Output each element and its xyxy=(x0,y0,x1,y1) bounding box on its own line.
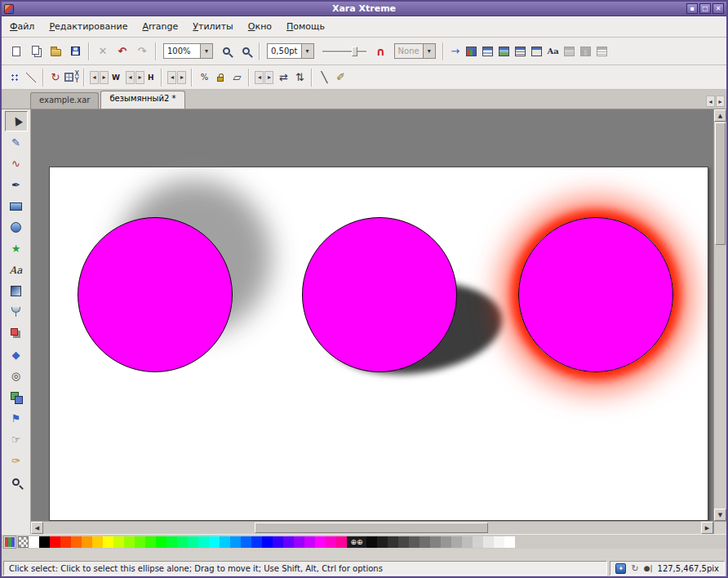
position-xy-button[interactable]: XY xyxy=(64,69,80,86)
color-swatch-14[interactable] xyxy=(177,536,188,548)
scroll-up-button[interactable]: ▲ xyxy=(714,109,726,122)
scale-increase-button[interactable]: ▸ xyxy=(177,71,186,84)
color-swatch-1[interactable] xyxy=(39,536,50,548)
line-angle-button[interactable]: ╲ xyxy=(316,69,332,86)
angle-decrease-button[interactable]: ◂ xyxy=(255,71,264,84)
color-swatch-3[interactable] xyxy=(60,536,71,548)
lock-aspect-button[interactable] xyxy=(212,69,229,86)
line-width-dropdown-arrow-icon[interactable]: ▾ xyxy=(301,44,313,58)
zoom-combobox[interactable]: 100% ▾ xyxy=(163,43,213,59)
gray-swatch-4[interactable] xyxy=(409,536,419,548)
snap-to-objects-button[interactable]: ∩ xyxy=(371,42,391,61)
color-swatch-19[interactable] xyxy=(230,536,241,548)
quickshape-tool[interactable]: ★ xyxy=(5,238,28,259)
undo-button[interactable]: ↶ xyxy=(113,42,132,61)
feather-slider-thumb[interactable] xyxy=(352,47,357,56)
scroll-down-button[interactable]: ▼ xyxy=(714,509,726,521)
palette-options-button[interactable] xyxy=(3,536,16,549)
ellipse-object-2[interactable] xyxy=(302,217,457,372)
redo-button[interactable]: ↷ xyxy=(132,42,152,61)
height-increase-button[interactable]: ▸ xyxy=(135,71,144,84)
ellipse-tool[interactable] xyxy=(5,217,28,238)
live-effects-tool[interactable]: ✑ xyxy=(5,451,28,471)
duplicate-button[interactable] xyxy=(26,42,46,61)
flip-horizontal-button[interactable]: ⇄ xyxy=(275,69,291,86)
selector-tool[interactable]: ▶ xyxy=(5,111,28,131)
save-button[interactable] xyxy=(65,42,85,61)
color-swatch-4[interactable] xyxy=(71,536,82,548)
text-tool[interactable]: Aa xyxy=(5,260,28,280)
document-tab-1[interactable]: безымянный2 * xyxy=(100,91,184,109)
scale-decrease-button[interactable]: ◂ xyxy=(167,71,176,84)
push-tool[interactable]: ☞ xyxy=(5,429,28,450)
color-swatch-18[interactable] xyxy=(220,536,230,548)
color-swatch-10[interactable] xyxy=(135,536,145,548)
gray-swatch-7[interactable] xyxy=(441,536,451,548)
menu-window[interactable]: Окно xyxy=(248,21,272,32)
close-button[interactable]: ✕ xyxy=(712,3,724,14)
color-swatch-13[interactable] xyxy=(166,536,177,548)
title-bar[interactable]: Xara Xtreme ▪ □ ✕ xyxy=(2,2,726,16)
ellipse-object-3[interactable] xyxy=(518,217,673,372)
fill-tool[interactable] xyxy=(5,281,28,301)
freehand-tool[interactable]: ✎ xyxy=(5,132,28,153)
line-gallery-button[interactable] xyxy=(513,43,529,60)
height-decrease-button[interactable]: ◂ xyxy=(126,71,135,84)
blend-tool[interactable] xyxy=(5,387,28,407)
bevel-tool[interactable]: ◆ xyxy=(5,345,28,365)
color-swatch-9[interactable] xyxy=(124,536,135,548)
minimize-button[interactable]: ▪ xyxy=(686,3,698,14)
gray-swatch-6[interactable] xyxy=(430,536,441,548)
tab-scroll-right-button[interactable]: ▸ xyxy=(716,96,725,107)
rectangle-tool[interactable] xyxy=(5,196,28,216)
color-swatch-22[interactable] xyxy=(262,536,273,548)
document-page[interactable] xyxy=(49,167,708,521)
scale-width-button[interactable]: % xyxy=(196,69,212,86)
line-width-combobox[interactable]: 0,50pt ▾ xyxy=(267,43,314,59)
gray-swatch-0[interactable] xyxy=(366,536,377,548)
fill-gallery-button[interactable] xyxy=(578,43,594,60)
color-swatch-27[interactable] xyxy=(315,536,326,548)
horizontal-scrollbar[interactable]: ◀ ▶ xyxy=(31,521,713,534)
new-document-button[interactable] xyxy=(7,42,26,61)
open-button[interactable] xyxy=(46,42,65,61)
frame-gallery-button[interactable] xyxy=(594,43,610,60)
vertical-scrollbar[interactable]: ▲ ▼ xyxy=(713,109,726,521)
document-tab-0[interactable]: example.xar xyxy=(30,92,99,109)
gray-swatch-1[interactable] xyxy=(377,536,388,548)
skew-button[interactable]: ▱ xyxy=(229,69,245,86)
color-swatch-16[interactable] xyxy=(198,536,209,548)
color-swatch-20[interactable] xyxy=(241,536,251,548)
canvas[interactable]: ▲ ▼ ◀ ▶ xyxy=(31,109,726,534)
menu-file[interactable]: Файл xyxy=(10,21,34,32)
color-swatch-6[interactable] xyxy=(92,536,103,548)
guide-line-button[interactable] xyxy=(23,69,39,86)
pen-tool[interactable]: ✒ xyxy=(5,175,28,195)
color-swatch-5[interactable] xyxy=(82,536,92,548)
color-swatch-17[interactable] xyxy=(209,536,220,548)
flip-vertical-button[interactable]: ⇅ xyxy=(291,69,308,86)
color-swatch-26[interactable] xyxy=(304,536,315,548)
transparency-tool[interactable] xyxy=(5,302,28,322)
font-gallery-button[interactable]: Aa xyxy=(545,43,562,60)
color-swatch-12[interactable] xyxy=(156,536,166,548)
name-gallery-button[interactable] xyxy=(529,43,545,60)
gray-swatch-12[interactable] xyxy=(494,536,504,548)
layer-gallery-button[interactable] xyxy=(480,43,496,60)
gray-swatch-3[interactable] xyxy=(398,536,409,548)
scroll-right-button[interactable]: ▶ xyxy=(701,522,713,534)
angle-increase-button[interactable]: ▸ xyxy=(264,71,273,84)
menu-arrange[interactable]: Arrange xyxy=(142,21,178,32)
width-decrease-button[interactable]: ◂ xyxy=(90,71,99,84)
color-swatch-29[interactable] xyxy=(336,536,347,548)
apply-arrow-button[interactable]: → xyxy=(447,43,464,60)
no-color-swatch[interactable] xyxy=(18,536,29,548)
tab-scroll-left-button[interactable]: ◂ xyxy=(706,96,715,107)
color-swatch-11[interactable] xyxy=(145,536,156,548)
bitmap-gallery-button[interactable] xyxy=(496,43,513,60)
edit-attributes-button[interactable]: ✐ xyxy=(332,69,348,86)
rotate-mode-button[interactable]: ↻ xyxy=(47,69,64,86)
delete-button[interactable]: ✕ xyxy=(93,42,113,61)
shape-editor-tool[interactable]: ∿ xyxy=(5,153,28,174)
gray-swatch-11[interactable] xyxy=(483,536,494,548)
